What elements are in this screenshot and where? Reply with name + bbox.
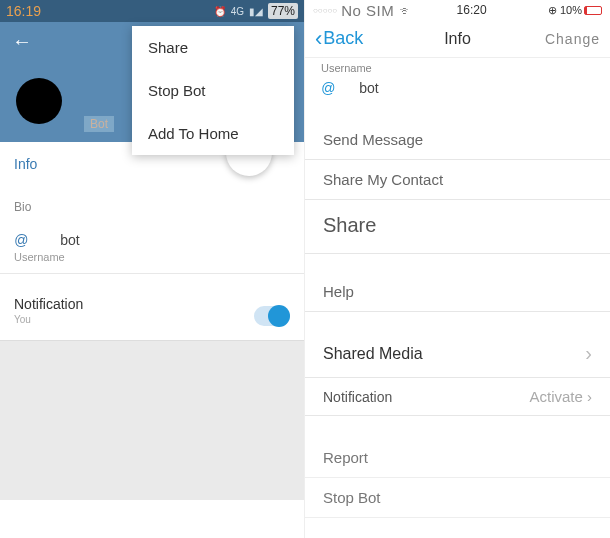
divider [0, 273, 304, 274]
back-label: Back [323, 28, 363, 49]
shared-media-label: Shared Media [323, 345, 423, 363]
bio-label: Bio [14, 200, 290, 214]
page-title: Info [410, 30, 505, 48]
username-row[interactable]: @bot [321, 80, 594, 96]
username-section: Username @bot [305, 58, 610, 108]
battery-label: 77% [268, 3, 298, 19]
stop-bot-item[interactable]: Stop Bot [305, 478, 610, 518]
signal-type: 4G [231, 6, 244, 17]
status-bar: 16:19 ⏰ 4G ▮◢ 77% [0, 0, 304, 22]
username-caption: Username [14, 251, 290, 263]
status-time: 16:19 [6, 3, 41, 19]
username-label: Username [321, 62, 594, 74]
at-icon: @ [14, 232, 28, 248]
chevron-right-icon: › [585, 342, 592, 365]
menu-share[interactable]: Share [132, 26, 294, 69]
notification-title: Notification [14, 296, 254, 312]
username-value: bot [60, 232, 79, 248]
bottom-actions: Report Stop Bot [305, 438, 610, 518]
android-bot-info-screen: 16:19 ⏰ 4G ▮◢ 77% ← Bot Share Stop Bot A… [0, 0, 305, 538]
menu-stop-bot[interactable]: Stop Bot [132, 69, 294, 112]
battery-icon [584, 6, 602, 15]
notification-row[interactable]: Notification You [0, 280, 304, 336]
status-icons: ⏰ 4G ▮◢ 77% [214, 3, 298, 19]
chevron-left-icon: ‹ [315, 26, 322, 52]
change-button[interactable]: Change [505, 31, 600, 47]
notification-toggle[interactable] [254, 306, 290, 326]
activate-label: Activate › [529, 388, 592, 405]
wifi-icon: ᯤ [399, 2, 415, 19]
notification-label: Notification [323, 389, 392, 405]
nav-bar: ‹ Back Info Change [305, 20, 610, 58]
bio-section: Bio @ bot Username [0, 180, 304, 267]
alarm-icon: ⏰ [214, 6, 226, 17]
avatar[interactable] [16, 78, 62, 124]
username-row[interactable]: @ bot [14, 232, 290, 248]
share-item[interactable]: Share [305, 200, 610, 254]
ios-bot-info-screen: ○○○○○ No SIM ᯤ 16:20 ⊕ 10% ‹ Back Info C… [305, 0, 610, 538]
status-bar: ○○○○○ No SIM ᯤ 16:20 ⊕ 10% [305, 0, 610, 20]
signal-dots-icon: ○○○○○ [313, 6, 337, 15]
report-item[interactable]: Report [305, 438, 610, 478]
back-button[interactable]: ‹ Back [315, 26, 410, 52]
empty-area [0, 340, 304, 500]
overflow-menu: Share Stop Bot Add To Home [132, 26, 294, 155]
shared-media-item[interactable]: Shared Media › [305, 330, 610, 378]
back-arrow-icon[interactable]: ← [12, 30, 32, 53]
at-icon: @ [321, 80, 335, 96]
notification-subtitle: You [14, 314, 254, 325]
bot-tag: Bot [84, 116, 114, 132]
battery-group: ⊕ 10% [515, 4, 602, 17]
send-message-item[interactable]: Send Message [305, 120, 610, 160]
chevron-right-icon: › [587, 388, 592, 405]
signal-icon: ▮◢ [249, 6, 263, 17]
carrier-label: No SIM ᯤ [341, 2, 428, 19]
actions-list: Send Message Share My Contact Share Help… [305, 120, 610, 416]
share-my-contact-item[interactable]: Share My Contact [305, 160, 610, 200]
menu-add-to-home[interactable]: Add To Home [132, 112, 294, 155]
username-value: bot [359, 80, 378, 96]
status-time: 16:20 [428, 3, 515, 17]
notification-item[interactable]: Notification Activate › [305, 378, 610, 416]
help-item[interactable]: Help [305, 272, 610, 312]
